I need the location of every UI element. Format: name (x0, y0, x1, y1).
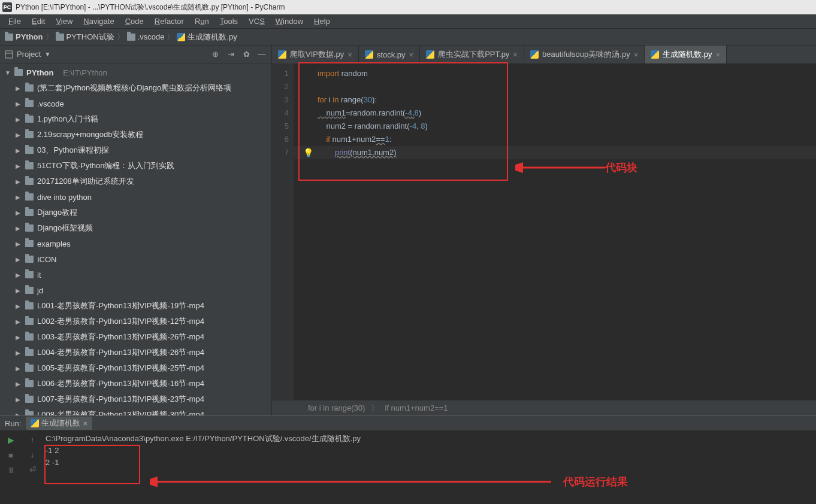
menu-refactor[interactable]: Refactor (151, 16, 188, 27)
tree-item[interactable]: ▶it (0, 267, 271, 283)
editor-tab[interactable]: stock.py× (359, 45, 420, 63)
up-icon[interactable]: ↑ (31, 435, 35, 444)
menu-code[interactable]: Code (122, 16, 147, 27)
menu-file[interactable]: File (5, 16, 25, 27)
tab-label: 生成随机数.py (663, 49, 712, 60)
tree-item[interactable]: ▶Django教程 (0, 205, 271, 220)
tree-item[interactable]: ▶L001-老男孩教育-Python13期VIP视频-19节-mp4 (0, 298, 271, 314)
tree-item[interactable]: ▶L005-老男孩教育-Python13期VIP视频-25节-mp4 (0, 360, 271, 376)
folder-icon (25, 193, 34, 201)
close-icon[interactable]: × (409, 50, 414, 59)
hide-icon[interactable]: — (257, 50, 267, 59)
window-titlebar: PC PYthon [E:\IT\PYthon] - ...\PYTHON试验\… (0, 0, 816, 14)
dropdown-icon[interactable]: ▼ (44, 51, 50, 57)
breadcrumb-item[interactable]: PYTHON试验 (56, 32, 114, 42)
code-content[interactable]: import random for i in range(30): num1=r… (294, 63, 816, 400)
code-token: = (346, 108, 350, 117)
editor-tab[interactable]: 生成随机数.py× (645, 45, 727, 63)
code-token: num1 (318, 108, 346, 117)
close-icon[interactable]: × (634, 50, 639, 59)
folder-icon (25, 178, 34, 185)
stop-icon[interactable]: ■ (8, 451, 13, 460)
code-token: : (389, 135, 392, 144)
code-editor[interactable]: 1234567 import random for i in range(30)… (272, 63, 816, 400)
wrap-icon[interactable]: ⏎ (29, 465, 36, 474)
tab-label: 爬虫实战下载PPT.py (438, 49, 509, 60)
tree-item[interactable]: ▶L002-老男孩教育-Python13期VIP视频-12节-mp4 (0, 314, 271, 329)
menu-tools[interactable]: Tools (216, 16, 241, 27)
folder-icon (127, 34, 135, 41)
folder-icon (25, 365, 34, 372)
editor-tab[interactable]: 爬虫实战下载PPT.py× (420, 45, 524, 63)
down-icon[interactable]: ↓ (31, 450, 35, 459)
menu-edit[interactable]: Edit (28, 16, 49, 27)
breadcrumb-item[interactable]: .vscode (127, 32, 165, 41)
code-token: == (376, 135, 385, 144)
main-area: Project ▼ ⊕ ⇥ ✿ — ▼PYthon E:\IT\PYthon ▶… (0, 45, 816, 415)
gear-icon[interactable]: ✿ (241, 50, 251, 59)
project-tree[interactable]: ▼PYthon E:\IT\PYthon ▶(第二套)Python视频教程核心D… (0, 63, 271, 415)
code-token: random.randint( (350, 108, 406, 117)
tree-item[interactable]: ▶51CTO下载-Python编程：从入门到实践 (0, 158, 271, 174)
pause-icon[interactable]: ⏸ (7, 466, 15, 475)
crumb-item[interactable]: for i in range(30) (308, 403, 365, 412)
close-icon[interactable]: × (347, 50, 352, 59)
project-label[interactable]: Project (17, 50, 41, 59)
tab-label: 爬取VIP数据.py (290, 49, 344, 60)
menu-vcs[interactable]: VCS (245, 16, 268, 27)
gutter: 1234567 (272, 63, 294, 400)
editor-tab[interactable]: beautifulsoup美味的汤.py× (524, 45, 645, 63)
close-icon[interactable]: × (716, 50, 721, 59)
tree-item[interactable]: ▶2.19scrapy+mongodb安装教程 (0, 127, 271, 142)
folder-icon (25, 302, 34, 309)
tree-item[interactable]: ▶L006-老男孩教育-Python13期VIP视频-16节-mp4 (0, 376, 271, 391)
crumb-item[interactable]: if num1+num2==1 (385, 403, 448, 412)
tree-item-label: 51CTO下载-Python编程：从入门到实践 (37, 160, 174, 171)
menu-window[interactable]: Window (272, 16, 307, 27)
menu-run[interactable]: Run (191, 16, 213, 27)
lightbulb-icon[interactable]: 💡 (303, 146, 313, 159)
console-line: C:\ProgramData\Anaconda3\python.exe E:/I… (46, 433, 816, 445)
breadcrumb-item[interactable]: 生成随机数.py (177, 32, 237, 42)
tree-item[interactable]: ▶1.python入门书籍 (0, 111, 271, 127)
svg-rect-0 (5, 51, 13, 58)
target-icon[interactable]: ⊕ (210, 50, 220, 59)
python-file-icon (426, 50, 434, 59)
play-icon[interactable]: ▶ (8, 435, 14, 445)
tree-item[interactable]: ▶L003-老男孩教育-Python13期VIP视频-26节-mp4 (0, 329, 271, 345)
code-token: 30 (364, 95, 372, 104)
tree-item[interactable]: ▶03、Python课程初探 (0, 142, 271, 158)
menu-navigate[interactable]: Navigate (80, 16, 117, 27)
menu-help[interactable]: Help (310, 16, 334, 27)
collapse-icon[interactable]: ⇥ (226, 50, 235, 59)
tree-item[interactable]: ▶(第二套)Python视频教程核心Django爬虫数据分析网络项 (0, 80, 271, 96)
tree-item[interactable]: ▶jd (0, 283, 271, 298)
breadcrumb-item[interactable]: PYthon (5, 32, 43, 41)
tree-item[interactable]: ▶ICON (0, 251, 271, 267)
close-icon[interactable]: × (513, 50, 518, 59)
console-output[interactable]: C:\ProgramData\Anaconda3\python.exe E:/I… (43, 430, 816, 504)
menu-view[interactable]: View (52, 16, 76, 27)
tree-item[interactable]: ▶L004-老男孩教育-Python13期VIP视频-26节-mp4 (0, 345, 271, 360)
run-tab[interactable]: 生成随机数× (26, 417, 92, 430)
code-token: if (318, 135, 333, 144)
tree-item-label: L001-老男孩教育-Python13期VIP视频-19节-mp4 (37, 300, 204, 311)
tree-item[interactable]: ▶dive into python (0, 189, 271, 205)
tree-item[interactable]: ▶.vscode (0, 96, 271, 111)
run-toolbar-2: ↑ ↓ ⏎ (22, 430, 43, 504)
tree-item[interactable]: ▶examples (0, 236, 271, 251)
tree-item[interactable]: ▶20171208单词助记系统开发 (0, 174, 271, 189)
line-number: 4 (272, 107, 289, 120)
editor-tab[interactable]: 爬取VIP数据.py× (272, 45, 359, 63)
tree-item[interactable]: ▶Django框架视频 (0, 220, 271, 236)
tree-item-label: L003-老男孩教育-Python13期VIP视频-26节-mp4 (37, 332, 204, 342)
close-icon[interactable]: × (83, 419, 87, 428)
folder-icon (25, 349, 34, 356)
tree-item[interactable]: ▶L007-老男孩教育-Python13期VIP视频-23节-mp4 (0, 391, 271, 407)
tree-item-label: Django教程 (37, 207, 77, 218)
tree-root[interactable]: ▼PYthon E:\IT\PYthon (0, 65, 271, 80)
tree-item-label: L004-老男孩教育-Python13期VIP视频-26节-mp4 (37, 347, 204, 358)
breadcrumb-sep: 〉 (167, 32, 174, 42)
folder-icon (25, 84, 34, 92)
tree-item[interactable]: ▶L008-老男孩教育-Python13期VIP视频-30节-mp4 (0, 407, 271, 415)
